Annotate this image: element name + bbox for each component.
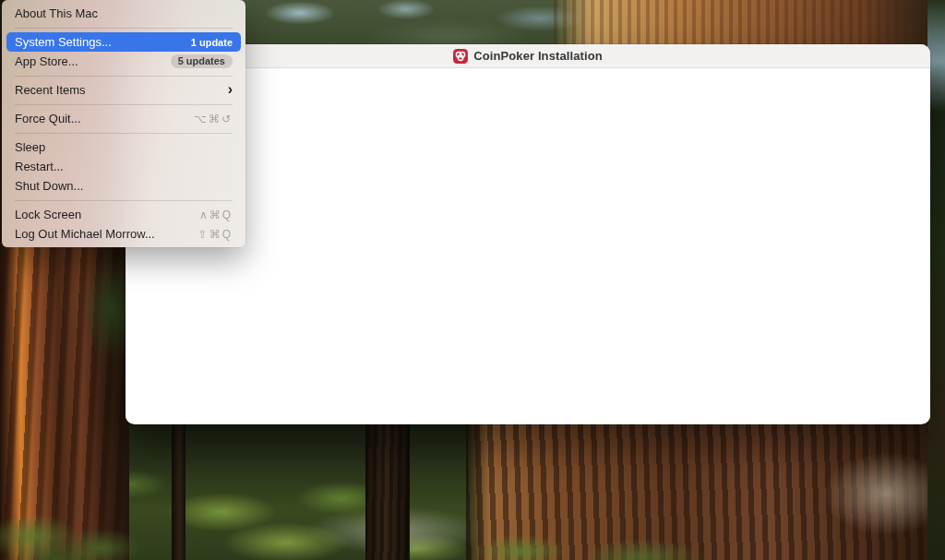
menu-item-label: Shut Down... <box>15 179 233 193</box>
menu-item-log-out[interactable]: Log Out Michael Morrow... ⇧⌘Q <box>6 224 241 244</box>
window-content <box>126 68 930 423</box>
update-count-badge: 1 update <box>191 37 233 48</box>
menu-separator <box>15 104 233 105</box>
coinpoker-icon <box>453 49 468 64</box>
wallpaper-tree-trunk <box>365 420 410 560</box>
menu-separator <box>15 200 233 201</box>
menu-item-label: Lock Screen <box>15 208 199 221</box>
menu-item-label: Recent Items <box>15 83 228 97</box>
menu-item-shut-down[interactable]: Shut Down... <box>6 176 241 196</box>
wallpaper-undergrowth <box>0 480 138 560</box>
menu-item-force-quit[interactable]: Force Quit... ⌥⌘↺ <box>6 109 241 128</box>
menu-item-recent-items[interactable]: Recent Items › <box>6 80 241 100</box>
menu-item-label: Restart... <box>15 160 233 173</box>
menu-item-app-store[interactable]: App Store... 5 updates <box>6 52 241 71</box>
menu-item-label: About This Mac <box>15 6 233 20</box>
menu-item-label: Sleep <box>15 140 233 154</box>
menu-separator <box>15 28 233 29</box>
menu-item-label: System Settings... <box>15 35 191 49</box>
wallpaper-tree-trunk <box>554 0 932 46</box>
menu-item-sleep[interactable]: Sleep <box>6 137 241 157</box>
menu-separator <box>15 76 233 77</box>
menu-item-system-settings[interactable]: System Settings... 1 update <box>6 32 241 52</box>
submenu-chevron-icon: › <box>228 82 233 99</box>
menu-item-restart[interactable]: Restart... <box>6 157 241 176</box>
keyboard-shortcut: ⌥⌘↺ <box>194 113 233 125</box>
updates-count-badge: 5 updates <box>171 54 233 68</box>
window-title-group: CoinPoker Installation <box>453 49 602 64</box>
keyboard-shortcut: ⇧⌘Q <box>198 228 233 241</box>
coinpoker-window: CoinPoker Installation <box>126 44 930 424</box>
menu-separator <box>15 133 233 134</box>
menu-item-label: Force Quit... <box>15 112 194 125</box>
menu-item-lock-screen[interactable]: Lock Screen ∧⌘Q <box>6 205 241 224</box>
window-titlebar[interactable]: CoinPoker Installation <box>126 44 930 68</box>
desktop: CoinPoker Installation About This Mac Sy… <box>0 0 945 560</box>
wallpaper-mist <box>775 420 945 560</box>
menu-item-label: App Store... <box>15 54 171 68</box>
menu-item-about-this-mac[interactable]: About This Mac <box>6 4 241 23</box>
window-title: CoinPoker Installation <box>473 49 602 63</box>
menu-item-label: Log Out Michael Morrow... <box>15 227 198 241</box>
keyboard-shortcut: ∧⌘Q <box>199 209 233 221</box>
apple-menu: About This Mac System Settings... 1 upda… <box>2 0 245 247</box>
wallpaper-tree-trunk <box>172 424 185 560</box>
